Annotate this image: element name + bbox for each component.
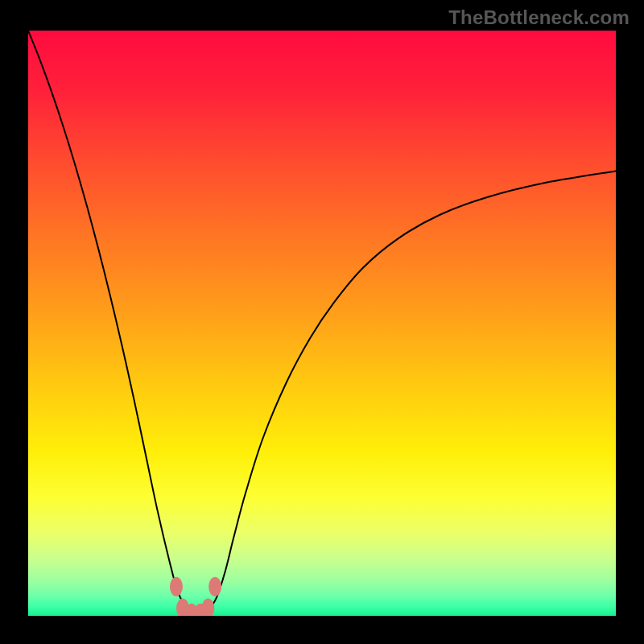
- notch-marker: [208, 577, 221, 597]
- watermark-text: TheBottleneck.com: [448, 6, 630, 29]
- bottleneck-chart: [28, 31, 616, 616]
- notch-marker: [170, 577, 183, 597]
